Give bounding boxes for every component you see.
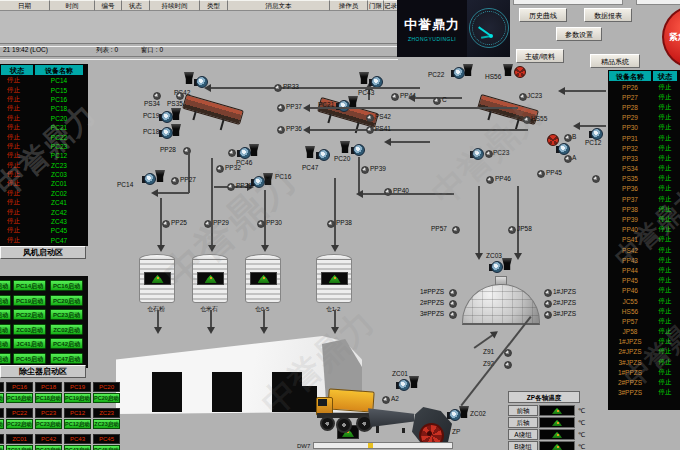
device-name: PC12 [34,152,84,159]
left-status-row: 停止ZC03 [0,170,88,179]
warehouse-door [152,372,182,412]
dust-start-button-PC22[interactable]: PC22启动 [6,419,33,429]
dust-start-button-ZC23[interactable]: ZC23启动 [93,419,120,429]
crusher-conveyor [182,94,244,125]
device-name: PS42 [608,247,652,254]
dust-start-button-PC21[interactable]: PC21启动 [0,419,4,429]
device-status: 停止 [652,297,678,306]
device-status: 停止 [652,184,678,193]
menu-button-历史曲线[interactable]: 历史曲线 [519,8,567,22]
dust-start-button-PC45[interactable]: PC45启动 [93,445,120,450]
gauge-marker[interactable] [368,443,373,448]
device-name: PS35 [608,175,652,182]
indicator-dot [227,183,235,191]
dust-start-button-PC14[interactable]: PC14启动 [0,393,4,403]
start-button-PC19[interactable]: PC19启动 [13,295,46,306]
dust-start-button-PC20[interactable]: PC20启动 [93,393,120,403]
flow-line [474,332,497,349]
dust-start-button-PC19[interactable]: PC19启动 [64,393,91,403]
start-button-PC12[interactable]: PC12启动 [0,280,11,291]
device-name: PP45 [608,277,652,284]
menu-button-精品系统[interactable]: 精品系统 [590,54,640,68]
device-name: PP29 [608,114,652,121]
start-button-PC22[interactable]: PC22启动 [13,309,46,320]
device-status: 停止 [0,114,34,123]
indicator-dot [361,166,369,174]
device-label-PS42: PS42 [375,113,391,120]
right-header-状态: 状态 [653,71,677,81]
flow-line [188,153,190,193]
start-button-PC45[interactable]: PC45启动 [13,353,46,364]
indicator-dot [449,311,457,319]
right-status-row: 2#PPZS停止 [608,377,680,387]
device-label-ZC01: ZC01 [392,370,408,377]
start-button-ZC01[interactable]: ZC01启动 [0,338,11,349]
device-status: 停止 [652,347,678,356]
dust-start-button-PC43[interactable]: PC43启动 [64,445,91,450]
menu-button-参数设置[interactable]: 参数设置 [556,27,602,41]
clipped-top-button[interactable] [513,0,623,5]
start-button-PC42[interactable]: PC42启动 [50,338,83,349]
device-name: PP46 [608,287,652,294]
arrowhead-icon [147,189,158,197]
dust-device-ZC01: ZC01 [6,434,33,444]
hopper-icon [503,64,513,76]
zp-temperature-table: ZP各轴温度 前轴℃后轴℃A绕组℃B绕组℃ [496,391,588,450]
device-status: 停止 [652,195,678,204]
dust-device-PC42: PC42 [35,434,62,444]
device-name: JP58 [608,328,652,335]
silo-window [144,272,171,285]
left-status-row: 停止ZC43 [0,217,88,226]
device-status: 停止 [652,327,678,336]
start-button-PC16[interactable]: PC16启动 [50,280,83,291]
menu-button-主破/喂料[interactable]: 主破/喂料 [516,49,564,63]
dust-start-button-PC18[interactable]: PC18启动 [35,393,62,403]
device-name: 2#PPZS [608,379,652,386]
indicator-dot [204,220,212,228]
device-name: PP57 [608,318,652,325]
storage-silo-仓石粉: 仓石粉 [139,254,175,312]
dust-start-button-PC12[interactable]: PC12启动 [64,419,91,429]
device-status: 停止 [0,151,34,160]
device-label-PC14: PC14 [117,181,133,188]
clipped-top-button[interactable] [636,0,680,5]
zp-row-label-前轴: 前轴 [508,405,538,416]
blower-icon [237,147,251,158]
dust-start-button-PC42[interactable]: PC42启动 [35,445,62,450]
start-button-ZC03[interactable]: ZC03启动 [13,324,46,335]
start-button-ZC02[interactable]: ZC02启动 [50,324,83,335]
device-label-PP31: PP31 [236,182,252,189]
menu-button-数据报表[interactable]: 数据报表 [584,8,632,22]
start-button-ZC23[interactable]: ZC23启动 [0,324,11,335]
start-button-PC20[interactable]: PC20启动 [50,295,83,306]
brand-name: 中誉鼎力 [404,16,460,34]
device-label-2#JPZS: 2#JPZS [553,299,576,306]
dust-start-button-ZC01[interactable]: ZC01启动 [6,445,33,450]
device-name: PC16 [34,96,84,103]
right-status-row: PP36停止 [608,184,680,194]
start-button-PC14[interactable]: PC14启动 [13,280,46,291]
gauge-bar[interactable] [313,442,453,449]
device-status: 停止 [652,83,678,92]
indicator-dot [171,177,179,185]
start-button-PC18[interactable]: PC18启动 [0,295,11,306]
device-name: PC21 [34,124,84,131]
device-name: PC20 [34,115,84,122]
device-label-PC22: PC22 [428,71,444,78]
device-label-PC47: PC47 [302,164,318,171]
start-button-PC23[interactable]: PC23启动 [50,309,83,320]
dust-start-button-PC23[interactable]: PC23启动 [35,419,62,429]
device-name: PP36 [608,185,652,192]
left-status-row: 停止PC16 [0,95,88,104]
arrowhead-icon [514,253,522,264]
blower-icon [159,127,173,138]
flow-line [305,107,518,109]
dust-start-button-ZC02[interactable]: ZC02启动 [0,445,4,450]
start-button-PC47[interactable]: PC47启动 [50,353,83,364]
device-label-JP58: JP58 [517,225,532,232]
dust-start-button-PC16[interactable]: PC16启动 [6,393,33,403]
start-button-PC43[interactable]: PC43启动 [0,353,11,364]
start-button-PC21[interactable]: PC21启动 [0,309,11,320]
start-button-JC41[interactable]: JC41启动 [13,338,46,349]
device-label-3#PPZS: 3#PPZS [420,310,444,317]
